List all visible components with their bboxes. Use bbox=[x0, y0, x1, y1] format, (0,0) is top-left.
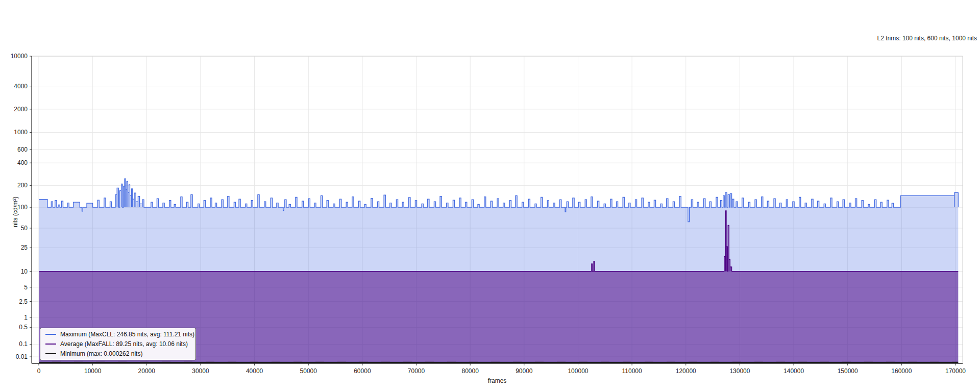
x-tick-label: 80000 bbox=[461, 368, 479, 375]
y-tick-label: 0.1 bbox=[19, 340, 28, 348]
y-tick-label: 5 bbox=[24, 284, 28, 291]
legend-swatch-maximum-line bbox=[45, 334, 56, 335]
x-tick-label: 170000 bbox=[945, 368, 966, 375]
y-tick-label: 10000 bbox=[11, 53, 28, 60]
x-tick-label: 130000 bbox=[729, 368, 750, 375]
y-tick-label: 10 bbox=[21, 268, 28, 275]
y-tick-label: 50 bbox=[21, 225, 28, 232]
x-tick-label: 100000 bbox=[568, 368, 588, 375]
x-tick-label: 120000 bbox=[676, 368, 696, 375]
legend-label: Average (MaxFALL: 89.25 nits, avg: 10.06… bbox=[60, 341, 188, 347]
y-tick-label: 200 bbox=[17, 182, 28, 189]
y-tick-label: 0.01 bbox=[16, 353, 28, 360]
legend-swatch-minimum-line bbox=[45, 353, 56, 354]
l2-trims-annotation: L2 trims: 100 nits, 600 nits, 1000 nits bbox=[877, 35, 977, 42]
x-tick-label: 50000 bbox=[300, 368, 317, 375]
legend-item: Minimum (max: 0.000262 nits) bbox=[45, 351, 190, 357]
legend: Maximum (MaxCLL: 246.85 nits, avg: 111.2… bbox=[40, 328, 196, 360]
x-tick-label: 60000 bbox=[354, 368, 371, 375]
legend-item: Average (MaxFALL: 89.25 nits, avg: 10.06… bbox=[45, 341, 190, 347]
y-tick-label: 1 bbox=[24, 314, 28, 321]
y-tick-label: 1000 bbox=[14, 129, 28, 136]
y-tick-label: 400 bbox=[17, 159, 28, 166]
y-axis-title: nits (cd/m²) bbox=[12, 197, 19, 227]
y-tick-label: 600 bbox=[17, 146, 28, 153]
y-tick-label: 2000 bbox=[14, 106, 28, 113]
y-tick-label: 100 bbox=[17, 204, 28, 211]
x-tick-label: 90000 bbox=[516, 368, 533, 375]
x-tick-label: 70000 bbox=[408, 368, 425, 375]
legend-label: Minimum (max: 0.000262 nits) bbox=[60, 351, 142, 357]
x-tick-label: 160000 bbox=[891, 368, 912, 375]
y-tick-label: 0.5 bbox=[19, 324, 28, 331]
legend-label: Maximum (MaxCLL: 246.85 nits, avg: 111.2… bbox=[60, 331, 194, 337]
x-tick-label: 150000 bbox=[838, 368, 858, 375]
x-tick-label: 40000 bbox=[246, 368, 263, 375]
x-tick-label: 20000 bbox=[138, 368, 156, 375]
y-tick-label: 4000 bbox=[14, 83, 28, 90]
hdr-brightness-chart: 1000040002000100060040020010050251052.51… bbox=[0, 0, 980, 392]
x-tick-label: 0 bbox=[37, 368, 41, 375]
legend-item: Maximum (MaxCLL: 246.85 nits, avg: 111.2… bbox=[45, 331, 190, 337]
x-axis-title: frames bbox=[39, 377, 955, 384]
legend-swatch-average-line bbox=[45, 344, 56, 345]
x-tick-label: 10000 bbox=[84, 368, 102, 375]
x-tick-label: 140000 bbox=[783, 368, 804, 375]
y-tick-label: 25 bbox=[21, 244, 28, 251]
x-tick-label: 30000 bbox=[192, 368, 209, 375]
y-tick-label: 2.5 bbox=[19, 298, 28, 305]
x-tick-label: 110000 bbox=[622, 368, 642, 375]
